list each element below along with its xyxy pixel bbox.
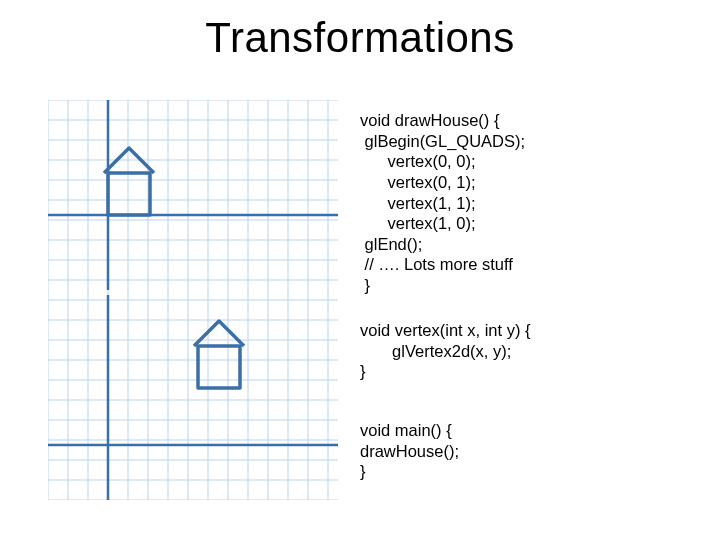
transformations-diagram <box>48 100 338 500</box>
slide-title: Transformations <box>0 14 720 62</box>
code-vertex: void vertex(int x, int y) { glVertex2d(x… <box>360 320 531 382</box>
upper-axes <box>48 100 338 290</box>
code-drawhouse: void drawHouse() { glBegin(GL_QUADS); ve… <box>360 110 525 296</box>
house-lower <box>194 321 244 388</box>
lower-axes <box>48 295 338 500</box>
house-upper <box>104 148 154 215</box>
slide: Transformations <box>0 0 720 540</box>
grid-horizontal <box>48 100 338 500</box>
code-main: void main() { drawHouse(); } <box>360 420 459 482</box>
